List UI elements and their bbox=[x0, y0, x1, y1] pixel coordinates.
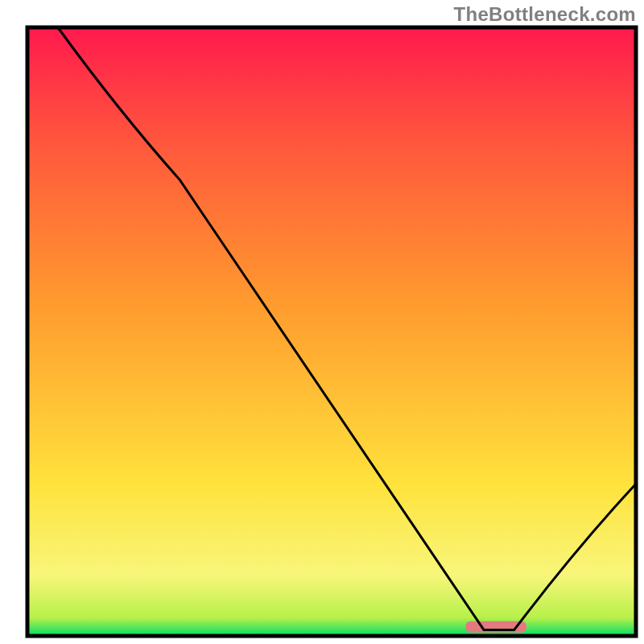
chart-frame: TheBottleneck.com bbox=[0, 0, 644, 644]
plot-background bbox=[27, 27, 636, 636]
bottleneck-chart bbox=[0, 0, 644, 644]
watermark-text: TheBottleneck.com bbox=[454, 3, 636, 26]
